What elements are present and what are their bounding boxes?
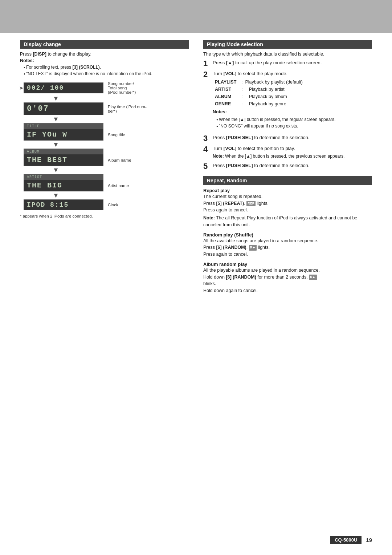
- repeat-play-press: Press [5] (REPEAT). REP lights.: [203, 200, 372, 207]
- mode-row-artist: ARTIST: Playback by artist: [215, 86, 372, 93]
- label-artist: Artist name: [108, 183, 129, 188]
- lcd-block-artist: ARTIST THE BIG Artist name: [24, 174, 189, 191]
- step-1: 1 Press [▲] to call up the play mode sel…: [203, 60, 372, 68]
- step-2-notes-label: Notes:: [213, 109, 372, 116]
- step-2-bullet-1: When the [▲] button is pressed, the regu…: [216, 116, 372, 123]
- step-5: 5 Press [PUSH SEL] to determine the sele…: [203, 162, 372, 170]
- label-song-number: Song number/Total song(iPod number*): [108, 81, 136, 94]
- rep-badge: REP: [246, 201, 256, 207]
- top-banner: [0, 0, 392, 33]
- album-random-cancel: Hold down again to cancel.: [203, 287, 372, 294]
- step-2-bullet-2: "NO SONG" will appear if no song exists.: [216, 123, 372, 129]
- label-playtime: Play time (iPod num-ber*): [108, 105, 147, 113]
- arrow-1: ▼: [24, 95, 189, 102]
- repeat-play-title: Repeat play: [203, 188, 372, 193]
- lcd-title: IF YOu W: [24, 129, 103, 141]
- repeat-play-block: Repeat play The current song is repeated…: [203, 188, 372, 228]
- step-4-number: 4: [203, 145, 211, 153]
- random-play-block: Random play (Shuffle) All the available …: [203, 232, 372, 258]
- lcd-artist-label: ARTIST: [24, 174, 103, 180]
- step-2-content: Turn [VOL] to select the play mode. PLAY…: [213, 70, 372, 131]
- arrow-5: ▼: [24, 192, 189, 199]
- label-title: Song title: [108, 133, 125, 137]
- random-play-press: Press [6] (RANDOM). R► lights.: [203, 244, 372, 251]
- mode-row-album: ALBUM: Playback by album: [215, 93, 372, 100]
- album-random-badge: R►: [309, 275, 317, 280]
- step-1-number: 1: [203, 60, 211, 68]
- repeat-random-title: Repeat, Random: [207, 178, 247, 183]
- step-1-content: Press [▲] to call up the play mode selec…: [213, 60, 372, 66]
- album-random-title: Album random play: [203, 262, 372, 267]
- random-play-body: All the available songs are played in a …: [203, 238, 372, 244]
- lcd-row-album: THE BEST Album name: [24, 154, 189, 166]
- page-wrapper: Display change Press [DISP] to change th…: [0, 0, 392, 555]
- lcd-playtime: 0'07: [24, 102, 103, 115]
- mode-row-genre: GENRE: Playback by genre: [215, 100, 372, 108]
- label-album: Album name: [108, 158, 131, 162]
- album-random-block: Album random play All the playable album…: [203, 262, 372, 294]
- repeat-random-header: Repeat, Random: [203, 176, 372, 185]
- lcd-row-song-number: ➤ 002/ 100 Song number/Total song(iPod n…: [24, 81, 189, 94]
- random-play-cancel: Press again to cancel.: [203, 251, 372, 258]
- album-random-press: Hold down [6] (RANDOM) for more than 2 s…: [203, 274, 372, 281]
- left-column: Display change Press [DISP] to change th…: [20, 40, 189, 294]
- step-5-number: 5: [203, 162, 211, 170]
- step-2: 2 Turn [VOL] to select the play mode. PL…: [203, 70, 372, 131]
- step-4-content: Turn [VOL] to select the portion to play…: [213, 145, 372, 159]
- step-2-notes: Notes: When the [▲] button is pressed, t…: [213, 109, 372, 129]
- album-random-blinks: blinks.: [203, 280, 372, 287]
- lcd-block-title: TITLE IF YOu W Song title: [24, 123, 189, 141]
- step-2-bullets: When the [▲] button is pressed, the regu…: [213, 116, 372, 129]
- right-column: Playing Mode selection The type with whi…: [203, 40, 372, 294]
- footnote: * appears when 2 iPods are connected.: [20, 214, 189, 218]
- label-clock: Clock: [108, 203, 118, 207]
- mode-table: PLAYLIST: Playback by playlist (default)…: [215, 78, 372, 108]
- repeat-play-note: Note: The all Repeat Play function of iP…: [203, 215, 372, 228]
- arrow-3: ▼: [24, 141, 189, 148]
- lcd-album-label: ALBUM: [24, 149, 103, 154]
- random-badge: R►: [249, 245, 257, 251]
- random-play-title: Random play (Shuffle): [203, 232, 372, 238]
- bullet-1: For scrolling text, press [3] (SCROLL).: [24, 64, 189, 70]
- album-random-body: All the playable albums are played in a …: [203, 267, 372, 274]
- step-3-content: Press [PUSH SEL] to determine the select…: [213, 134, 372, 141]
- display-change-title: Display change: [24, 41, 61, 47]
- arrow-4: ▼: [24, 167, 189, 173]
- lcd-album: THE BEST: [24, 154, 103, 166]
- lcd-row-title: IF YOu W Song title: [24, 129, 189, 141]
- lcd-block-album: ALBUM THE BEST Album name: [24, 149, 189, 166]
- lcd-row-playtime: 0'07 Play time (iPod num-ber*): [24, 102, 189, 115]
- repeat-random-section: Repeat, Random Repeat play The current s…: [203, 176, 372, 294]
- display-change-header: Display change: [20, 40, 189, 49]
- bullet-2: "NO TEXT" is displayed when there is no …: [24, 70, 189, 77]
- page-footer: CQ-5800U 19: [330, 536, 372, 544]
- step-2-number: 2: [203, 70, 211, 78]
- step-4-note: Note: When the [▲] button is pressed, th…: [213, 153, 372, 159]
- page-number: 19: [366, 537, 372, 543]
- playing-mode-title: Playing Mode selection: [207, 41, 263, 47]
- step-5-content: Press [PUSH SEL] to determine the select…: [213, 162, 372, 169]
- lcd-artist: THE BIG: [24, 180, 103, 191]
- playing-mode-header: Playing Mode selection: [203, 40, 372, 49]
- playing-mode-intro: The type with which playback data is cla…: [203, 52, 372, 57]
- mode-row-playlist: PLAYLIST: Playback by playlist (default): [215, 78, 372, 86]
- model-badge: CQ-5800U: [330, 536, 362, 544]
- lcd-row-clock: IPOD 8:15 Clock: [24, 199, 189, 210]
- lcd-row-artist: THE BIG Artist name: [24, 180, 189, 191]
- repeat-play-cancel: Press again to cancel.: [203, 207, 372, 214]
- lcd-song-number: 002/ 100: [24, 82, 103, 93]
- lcd-clock: IPOD 8:15: [24, 199, 103, 210]
- repeat-play-body: The current song is repeated.: [203, 193, 372, 200]
- step-4: 4 Turn [VOL] to select the portion to pl…: [203, 145, 372, 159]
- playing-mode-section: Playing Mode selection The type with whi…: [203, 40, 372, 170]
- lcd-area: ➤ 002/ 100 Song number/Total song(iPod n…: [20, 81, 189, 210]
- lcd-title-label: TITLE: [24, 123, 103, 129]
- main-content: Display change Press [DISP] to change th…: [20, 40, 372, 294]
- bullets-list: For scrolling text, press [3] (SCROLL). …: [20, 64, 189, 77]
- arrow-2: ▼: [24, 116, 189, 122]
- step-3-number: 3: [203, 134, 211, 142]
- display-intro: Press [DISP] to change the display.: [20, 52, 189, 57]
- step-3: 3 Press [PUSH SEL] to determine the sele…: [203, 134, 372, 142]
- lcd-pointer-1: ➤: [19, 85, 24, 91]
- notes-label-left: Notes:: [20, 58, 189, 63]
